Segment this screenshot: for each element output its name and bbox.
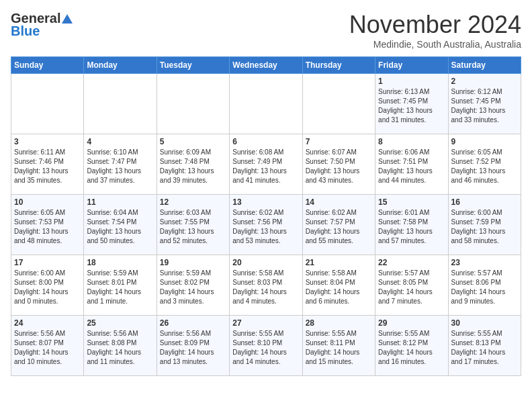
day-info: Sunrise: 5:56 AMSunset: 8:08 PMDaylight:… bbox=[87, 329, 153, 367]
day-number: 25 bbox=[87, 318, 153, 328]
daylight-hours: Daylight: 13 hours and 57 minutes. bbox=[378, 228, 433, 244]
day-info: Sunrise: 6:01 AMSunset: 7:58 PMDaylight:… bbox=[378, 208, 445, 246]
day-number: 7 bbox=[306, 137, 372, 146]
calendar-table: SundayMondayTuesdayWednesdayThursdayFrid… bbox=[11, 56, 521, 376]
calendar-week-row: 24Sunrise: 5:56 AMSunset: 8:07 PMDayligh… bbox=[11, 316, 521, 376]
calendar-cell bbox=[11, 74, 84, 134]
day-info: Sunrise: 6:00 AMSunset: 7:59 PMDaylight:… bbox=[451, 208, 518, 246]
day-info: Sunrise: 5:58 AMSunset: 8:03 PMDaylight:… bbox=[232, 269, 299, 306]
day-number: 21 bbox=[306, 258, 372, 267]
day-number: 23 bbox=[451, 258, 518, 267]
daylight-hours: Daylight: 14 hours and 15 minutes. bbox=[306, 349, 360, 365]
day-number: 27 bbox=[232, 318, 299, 328]
day-info: Sunrise: 6:08 AMSunset: 7:49 PMDaylight:… bbox=[232, 148, 299, 185]
calendar-cell: 14Sunrise: 6:02 AMSunset: 7:57 PMDayligh… bbox=[302, 195, 375, 255]
header-friday: Friday bbox=[375, 57, 448, 74]
day-number: 12 bbox=[160, 197, 226, 207]
calendar-cell: 23Sunrise: 5:57 AMSunset: 8:06 PMDayligh… bbox=[448, 255, 521, 316]
daylight-hours: Daylight: 13 hours and 55 minutes. bbox=[306, 228, 360, 244]
day-number: 17 bbox=[14, 258, 81, 267]
day-info: Sunrise: 6:00 AMSunset: 8:00 PMDaylight:… bbox=[14, 269, 81, 306]
month-title: November 2024 bbox=[349, 11, 521, 39]
location-subtitle: Medindie, South Australia, Australia bbox=[349, 39, 521, 50]
calendar-cell bbox=[84, 74, 157, 134]
day-number: 2 bbox=[451, 77, 518, 86]
day-number: 14 bbox=[306, 197, 372, 207]
daylight-hours: Daylight: 14 hours and 11 minutes. bbox=[87, 349, 141, 365]
calendar-cell: 30Sunrise: 5:55 AMSunset: 8:13 PMDayligh… bbox=[448, 316, 521, 376]
daylight-hours: Daylight: 13 hours and 53 minutes. bbox=[232, 228, 287, 244]
calendar-cell: 13Sunrise: 6:02 AMSunset: 7:56 PMDayligh… bbox=[230, 195, 302, 255]
day-info: Sunrise: 5:55 AMSunset: 8:10 PMDaylight:… bbox=[232, 329, 299, 367]
day-number: 9 bbox=[451, 137, 518, 146]
calendar-cell: 21Sunrise: 5:58 AMSunset: 8:04 PMDayligh… bbox=[302, 255, 375, 316]
header-monday: Monday bbox=[84, 57, 157, 74]
header-sunday: Sunday bbox=[11, 57, 84, 74]
calendar-cell: 20Sunrise: 5:58 AMSunset: 8:03 PMDayligh… bbox=[230, 255, 302, 316]
calendar-cell: 11Sunrise: 6:04 AMSunset: 7:54 PMDayligh… bbox=[84, 195, 157, 255]
day-number: 5 bbox=[160, 137, 226, 146]
calendar-header-row: SundayMondayTuesdayWednesdayThursdayFrid… bbox=[11, 57, 521, 74]
calendar-cell: 28Sunrise: 5:55 AMSunset: 8:11 PMDayligh… bbox=[302, 316, 375, 376]
calendar-cell: 7Sunrise: 6:07 AMSunset: 7:50 PMDaylight… bbox=[302, 134, 375, 195]
day-number: 26 bbox=[160, 318, 226, 328]
day-info: Sunrise: 5:59 AMSunset: 8:01 PMDaylight:… bbox=[87, 269, 153, 306]
calendar-week-row: 3Sunrise: 6:11 AMSunset: 7:46 PMDaylight… bbox=[11, 134, 521, 195]
day-number: 13 bbox=[232, 197, 299, 207]
logo: General Blue bbox=[11, 11, 74, 39]
calendar-week-row: 1Sunrise: 6:13 AMSunset: 7:45 PMDaylight… bbox=[11, 74, 521, 134]
day-number: 4 bbox=[87, 137, 153, 146]
day-info: Sunrise: 5:56 AMSunset: 8:07 PMDaylight:… bbox=[14, 329, 81, 367]
header-saturday: Saturday bbox=[448, 57, 521, 74]
calendar-cell: 26Sunrise: 5:56 AMSunset: 8:09 PMDayligh… bbox=[157, 316, 229, 376]
daylight-hours: Daylight: 13 hours and 43 minutes. bbox=[306, 167, 360, 184]
daylight-hours: Daylight: 14 hours and 4 minutes. bbox=[232, 288, 287, 305]
day-number: 16 bbox=[451, 197, 518, 207]
calendar-cell: 9Sunrise: 6:05 AMSunset: 7:52 PMDaylight… bbox=[448, 134, 521, 195]
day-info: Sunrise: 5:57 AMSunset: 8:06 PMDaylight:… bbox=[451, 269, 518, 306]
logo-blue-text: Blue bbox=[11, 24, 40, 39]
logo-triangle-icon bbox=[62, 14, 73, 24]
calendar-cell: 18Sunrise: 5:59 AMSunset: 8:01 PMDayligh… bbox=[84, 255, 157, 316]
daylight-hours: Daylight: 13 hours and 31 minutes. bbox=[378, 107, 433, 124]
day-info: Sunrise: 6:04 AMSunset: 7:54 PMDaylight:… bbox=[87, 208, 153, 246]
day-number: 29 bbox=[378, 318, 445, 328]
calendar-week-row: 17Sunrise: 6:00 AMSunset: 8:00 PMDayligh… bbox=[11, 255, 521, 316]
day-info: Sunrise: 5:57 AMSunset: 8:05 PMDaylight:… bbox=[378, 269, 445, 306]
day-info: Sunrise: 5:55 AMSunset: 8:12 PMDaylight:… bbox=[378, 329, 445, 367]
calendar-cell: 16Sunrise: 6:00 AMSunset: 7:59 PMDayligh… bbox=[448, 195, 521, 255]
daylight-hours: Daylight: 13 hours and 48 minutes. bbox=[14, 228, 69, 244]
page-header: General Blue November 2024 Medindie, Sou… bbox=[11, 11, 521, 50]
day-info: Sunrise: 6:02 AMSunset: 7:57 PMDaylight:… bbox=[306, 208, 372, 246]
header-wednesday: Wednesday bbox=[230, 57, 302, 74]
day-info: Sunrise: 5:56 AMSunset: 8:09 PMDaylight:… bbox=[160, 329, 226, 367]
daylight-hours: Daylight: 14 hours and 6 minutes. bbox=[306, 288, 360, 305]
daylight-hours: Daylight: 13 hours and 44 minutes. bbox=[378, 167, 433, 184]
day-info: Sunrise: 5:58 AMSunset: 8:04 PMDaylight:… bbox=[306, 269, 372, 306]
daylight-hours: Daylight: 13 hours and 33 minutes. bbox=[451, 107, 506, 124]
calendar-cell: 10Sunrise: 6:05 AMSunset: 7:53 PMDayligh… bbox=[11, 195, 84, 255]
day-number: 30 bbox=[451, 318, 518, 328]
calendar-cell: 6Sunrise: 6:08 AMSunset: 7:49 PMDaylight… bbox=[230, 134, 302, 195]
calendar-cell: 4Sunrise: 6:10 AMSunset: 7:47 PMDaylight… bbox=[84, 134, 157, 195]
daylight-hours: Daylight: 14 hours and 3 minutes. bbox=[160, 288, 214, 305]
calendar-cell bbox=[230, 74, 302, 134]
daylight-hours: Daylight: 14 hours and 1 minute. bbox=[87, 288, 141, 305]
day-info: Sunrise: 6:10 AMSunset: 7:47 PMDaylight:… bbox=[87, 148, 153, 185]
day-number: 10 bbox=[14, 197, 81, 207]
header-thursday: Thursday bbox=[302, 57, 375, 74]
calendar-cell: 19Sunrise: 5:59 AMSunset: 8:02 PMDayligh… bbox=[157, 255, 229, 316]
calendar-cell: 8Sunrise: 6:06 AMSunset: 7:51 PMDaylight… bbox=[375, 134, 448, 195]
calendar-cell: 1Sunrise: 6:13 AMSunset: 7:45 PMDaylight… bbox=[375, 74, 448, 134]
daylight-hours: Daylight: 13 hours and 37 minutes. bbox=[87, 167, 141, 184]
calendar-cell: 12Sunrise: 6:03 AMSunset: 7:55 PMDayligh… bbox=[157, 195, 229, 255]
calendar-cell: 3Sunrise: 6:11 AMSunset: 7:46 PMDaylight… bbox=[11, 134, 84, 195]
header-tuesday: Tuesday bbox=[157, 57, 229, 74]
calendar-cell: 29Sunrise: 5:55 AMSunset: 8:12 PMDayligh… bbox=[375, 316, 448, 376]
day-info: Sunrise: 6:11 AMSunset: 7:46 PMDaylight:… bbox=[14, 148, 81, 185]
day-info: Sunrise: 5:55 AMSunset: 8:13 PMDaylight:… bbox=[451, 329, 518, 367]
day-info: Sunrise: 5:59 AMSunset: 8:02 PMDaylight:… bbox=[160, 269, 226, 306]
day-info: Sunrise: 6:06 AMSunset: 7:51 PMDaylight:… bbox=[378, 148, 445, 185]
day-number: 11 bbox=[87, 197, 153, 207]
calendar-cell: 24Sunrise: 5:56 AMSunset: 8:07 PMDayligh… bbox=[11, 316, 84, 376]
